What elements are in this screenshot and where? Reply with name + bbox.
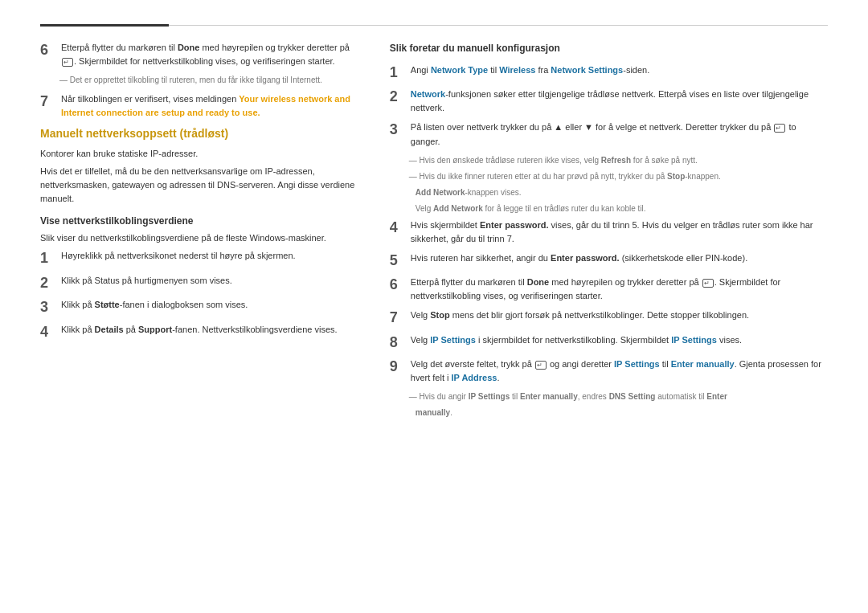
enter-icon-r3 xyxy=(774,124,785,133)
step6-text-before: Etterpå flytter du markøren til xyxy=(61,43,178,52)
sub-step-text-1: Høyreklikk på nettverksikonet nederst ti… xyxy=(61,249,296,268)
step6-text-middle: med høyrepilen og trykker deretter på xyxy=(199,43,349,52)
right-step-num-7: 7 xyxy=(390,309,404,327)
sub-step-num-2: 2 xyxy=(40,274,55,292)
right-step-num-2: 2 xyxy=(390,88,404,115)
right-step-text-3: På listen over nettverk trykker du på ▲ … xyxy=(411,121,828,148)
right-step-text-4: Hvis skjermbildet Enter password. vises,… xyxy=(411,219,828,246)
sub-step-text-3: Klikk på Støtte-fanen i dialogboksen som… xyxy=(61,298,248,317)
intro2: Hvis det er tilfellet, må du be den nett… xyxy=(40,165,358,206)
right-column: Slik foretar du manuell konfigurasjon 1 … xyxy=(390,41,828,423)
left-sub-step-3: 3 Klikk på Støtte-fanen i dialogboksen s… xyxy=(40,298,358,317)
step-text-6: Etterpå flytter du markøren til Done med… xyxy=(61,41,358,68)
right-step-7: 7 Velg Stop mens det blir gjort forsøk p… xyxy=(390,309,828,327)
intro1: Kontorer kan bruke statiske IP-adresser. xyxy=(40,147,358,161)
right-step9-note2: manually. xyxy=(390,407,828,419)
enter-icon-r9 xyxy=(535,361,547,370)
right-step-8: 8 Velg IP Settings i skjermbildet for ne… xyxy=(390,333,828,352)
step-num-6: 6 xyxy=(40,41,55,68)
sub-step-text-4: Klikk på Details på Support-fanen. Nettv… xyxy=(61,323,338,341)
right-step-num-8: 8 xyxy=(390,333,404,352)
left-sub-step-1: 1 Høyreklikk på nettverksikonet nederst … xyxy=(40,249,358,268)
right-step-text-5: Hvis ruteren har sikkerhet, angir du Ent… xyxy=(411,251,747,270)
right-step-9: 9 Velg det øverste feltet, trykk på og a… xyxy=(390,358,828,385)
sub-step-text-2: Klikk på Status på hurtigmenyen som vise… xyxy=(61,274,232,292)
manual-section-heading: Manuelt nettverksoppsett (trådløst) xyxy=(40,125,358,142)
step6-text-after: . Skjermbildet for nettverkstilkobling v… xyxy=(74,56,335,66)
right-step-text-1: Angi Network Type til Wireless fra Netwo… xyxy=(411,63,649,82)
right-section-heading: Slik foretar du manuell konfigurasjon xyxy=(390,41,828,55)
step7-before: Når tilkoblingen er verifisert, vises me… xyxy=(61,94,239,104)
right-step-5: 5 Hvis ruteren har sikkerhet, angir du E… xyxy=(390,251,828,270)
step6-note: Det er opprettet tilkobling til ruteren,… xyxy=(40,74,358,86)
right-step-num-9: 9 xyxy=(390,358,404,385)
step6-done: Done xyxy=(178,43,200,52)
right-step-text-2: Network-funksjonen søker etter tilgjenge… xyxy=(411,88,828,115)
right-step3-note3: Add Network-knappen vises. xyxy=(390,186,828,198)
right-step-num-3: 3 xyxy=(390,121,404,148)
right-step-text-7: Velg Stop mens det blir gjort forsøk på … xyxy=(411,309,749,327)
left-step-7: 7 Når tilkoblingen er verifisert, vises … xyxy=(40,92,358,120)
vise-subheading: Vise nettverkstilkoblingsverdiene xyxy=(40,214,358,228)
right-step-6: 6 Etterpå flytter du markøren til Done m… xyxy=(390,276,828,303)
sub-step-num-3: 3 xyxy=(40,298,55,317)
enter-icon-r6 xyxy=(702,279,714,288)
top-rule xyxy=(40,24,828,27)
right-step3-note2: Hvis du ikke finner ruteren etter at du … xyxy=(390,170,828,182)
sub-step-num-1: 1 xyxy=(40,249,55,268)
right-step3-note1: Hvis den ønskede trådløse ruteren ikke v… xyxy=(390,154,828,166)
right-step-num-6: 6 xyxy=(390,276,404,303)
left-step-6: 6 Etterpå flytter du markøren til Done m… xyxy=(40,41,358,68)
right-step-3: 3 På listen over nettverk trykker du på … xyxy=(390,121,828,148)
right-step3-note4: Velg Add Network for å legge til en tråd… xyxy=(390,202,828,215)
right-step-2: 2 Network-funksjonen søker etter tilgjen… xyxy=(390,88,828,115)
right-step-text-9: Velg det øverste feltet, trykk på og ang… xyxy=(411,358,828,385)
right-step-num-4: 4 xyxy=(390,219,404,246)
right-step-text-8: Velg IP Settings i skjermbildet for nett… xyxy=(411,333,742,352)
sub-step-num-4: 4 xyxy=(40,323,55,341)
right-step-4: 4 Hvis skjermbildet Enter password. vise… xyxy=(390,219,828,246)
right-step-num-5: 5 xyxy=(390,251,404,270)
sub-intro: Slik viser du nettverkstilkoblingsverdie… xyxy=(40,231,358,245)
step-num-7: 7 xyxy=(40,92,55,120)
left-sub-step-4: 4 Klikk på Details på Support-fanen. Net… xyxy=(40,323,358,341)
left-sub-step-2: 2 Klikk på Status på hurtigmenyen som vi… xyxy=(40,274,358,292)
right-step-1: 1 Angi Network Type til Wireless fra Net… xyxy=(390,63,828,82)
left-column: 6 Etterpå flytter du markøren til Done m… xyxy=(40,41,358,423)
step-text-7: Når tilkoblingen er verifisert, vises me… xyxy=(61,92,358,120)
right-step-num-1: 1 xyxy=(390,63,404,82)
right-step9-note: Hvis du angir IP Settings til Enter manu… xyxy=(390,390,828,403)
right-step-text-6: Etterpå flytter du markøren til Done med… xyxy=(411,276,828,303)
enter-icon-left6 xyxy=(62,58,73,67)
